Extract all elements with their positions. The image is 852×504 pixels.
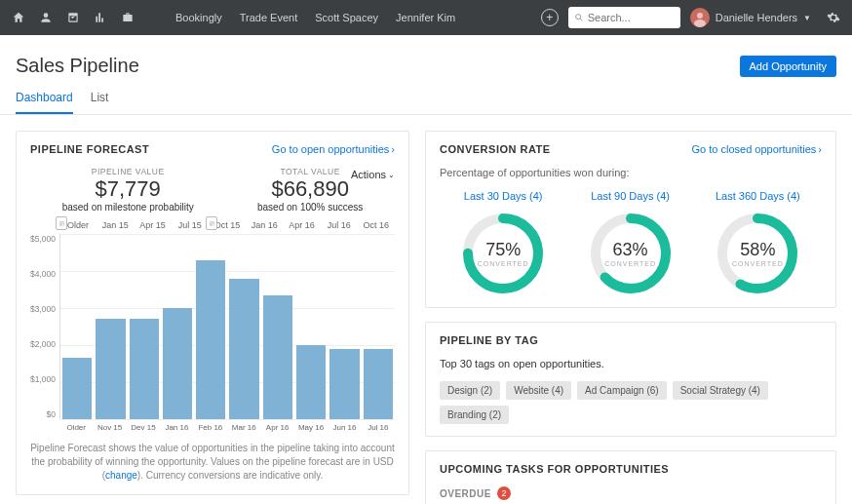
conversion-item: Last 30 Days (4)75%CONVERTED xyxy=(461,190,545,295)
chevron-right-icon: › xyxy=(818,143,822,155)
nav-link[interactable]: Bookingly xyxy=(175,12,222,23)
conversion-donut: 58%CONVERTED xyxy=(716,212,799,295)
chart-bar[interactable] xyxy=(196,260,225,419)
nav-links: Bookingly Trade Event Scott Spacey Jenni… xyxy=(175,12,455,23)
chart-x-axis: OlderNov 15Dev 15Jan 16Feb 16Mar 16Apr 1… xyxy=(59,423,395,432)
open-opportunities-link[interactable]: Go to open opportunities › xyxy=(272,143,395,155)
chevron-down-icon: ▼ xyxy=(803,14,811,22)
nav-link[interactable]: Trade Event xyxy=(240,12,298,23)
conversion-rate-card: CONVERSION RATE Go to closed opportuniti… xyxy=(425,131,836,308)
slider-handle-left[interactable]: ⎚ xyxy=(56,216,67,230)
right-column: CONVERSION RATE Go to closed opportuniti… xyxy=(425,131,836,504)
add-opportunity-button[interactable]: Add Opportunity xyxy=(740,56,837,77)
slider-handle-right[interactable]: ⎚ xyxy=(206,216,217,230)
chart-bar[interactable] xyxy=(163,308,192,419)
svg-point-4 xyxy=(694,19,706,27)
conversion-period-link[interactable]: Last 30 Days (4) xyxy=(461,190,545,202)
overdue-label: OVERDUE xyxy=(440,488,491,499)
nav-icons xyxy=(12,11,135,24)
tab-dashboard[interactable]: Dashboard xyxy=(16,91,73,114)
nav-link[interactable]: Scott Spacey xyxy=(315,12,378,23)
card-title: CONVERSION RATE xyxy=(440,143,551,155)
gear-icon[interactable] xyxy=(827,11,840,24)
add-icon[interactable]: + xyxy=(541,9,559,26)
pipeline-value: PIPELINE VALUE $7,779 based on milestone… xyxy=(62,167,194,213)
chart-bar[interactable] xyxy=(130,319,159,419)
conversion-period-link[interactable]: Last 90 Days (4) xyxy=(589,190,673,202)
svg-point-0 xyxy=(575,15,580,19)
chart-bar[interactable] xyxy=(364,349,393,419)
tag[interactable]: Ad Campaign (6) xyxy=(577,381,667,400)
tab-list[interactable]: List xyxy=(91,91,109,114)
content: PIPELINE FORECAST Go to open opportuniti… xyxy=(0,115,852,504)
chevron-right-icon: › xyxy=(391,143,395,155)
forecast-summary: PIPELINE VALUE $7,779 based on milestone… xyxy=(30,167,395,213)
home-icon[interactable] xyxy=(12,11,25,24)
forecast-chart: $5,000$4,000$3,000$2,000$1,000$0 xyxy=(30,234,395,419)
actions-dropdown[interactable]: Actions ⌄ xyxy=(351,169,395,180)
pipeline-forecast-card: PIPELINE FORECAST Go to open opportuniti… xyxy=(16,131,409,495)
chart-bar[interactable] xyxy=(263,295,292,419)
forecast-footnote: Pipeline Forecast shows the value of opp… xyxy=(30,442,395,483)
briefcase-icon[interactable] xyxy=(121,11,135,24)
page-title: Sales Pipeline xyxy=(16,55,139,77)
tag[interactable]: Branding (2) xyxy=(440,406,509,424)
tabs: Dashboard List xyxy=(0,81,852,115)
conversion-item: Last 360 Days (4)58%CONVERTED xyxy=(716,190,800,295)
tags-note: Top 30 tags on open opportunities. xyxy=(440,358,822,369)
tag-row: Design (2)Website (4)Ad Campaign (6)Soci… xyxy=(440,381,822,424)
card-title: PIPELINE BY TAG xyxy=(440,334,538,346)
time-slider[interactable]: ⎚ ⎚ OlderJan 15Apr 15Jul 15Oct 15Jan 16A… xyxy=(59,220,395,230)
avatar xyxy=(690,8,710,27)
tag[interactable]: Design (2) xyxy=(440,381,500,400)
chart-y-axis: $5,000$4,000$3,000$2,000$1,000$0 xyxy=(30,234,59,419)
overdue-row: OVERDUE 2 xyxy=(440,486,822,500)
chart-bar[interactable] xyxy=(62,358,92,419)
chart-bar[interactable] xyxy=(229,279,258,419)
calendar-icon[interactable] xyxy=(66,11,80,24)
chart-bars xyxy=(59,234,395,419)
conversion-donut: 63%CONVERTED xyxy=(589,212,673,295)
user-menu[interactable]: Danielle Henders ▼ xyxy=(690,8,811,27)
total-value: TOTAL VALUE $66,890 based on 100% succes… xyxy=(257,167,363,213)
search-icon xyxy=(574,13,584,22)
chart-icon[interactable] xyxy=(94,11,107,24)
conversion-subtitle: Percentage of opportunities won during: xyxy=(440,167,822,178)
chart-bar[interactable] xyxy=(96,319,125,419)
nav-link[interactable]: Jennifer Kim xyxy=(396,12,455,23)
tag[interactable]: Website (4) xyxy=(506,381,571,400)
closed-opportunities-link[interactable]: Go to closed opportunities › xyxy=(692,143,822,155)
search-input[interactable] xyxy=(588,12,666,23)
svg-line-1 xyxy=(580,19,582,20)
chevron-down-icon: ⌄ xyxy=(388,171,395,179)
chart-bar[interactable] xyxy=(296,345,326,419)
card-title: PIPELINE FORECAST xyxy=(30,143,149,155)
topbar-right: + Danielle Henders ▼ xyxy=(541,7,840,28)
topbar: Bookingly Trade Event Scott Spacey Jenni… xyxy=(0,0,852,35)
pipeline-by-tag-card: PIPELINE BY TAG Top 30 tags on open oppo… xyxy=(425,322,836,437)
left-column: PIPELINE FORECAST Go to open opportuniti… xyxy=(16,131,409,495)
conversion-row: Last 30 Days (4)75%CONVERTEDLast 90 Days… xyxy=(440,190,822,295)
user-icon[interactable] xyxy=(39,11,53,24)
conversion-period-link[interactable]: Last 360 Days (4) xyxy=(716,190,800,202)
conversion-donut: 75%CONVERTED xyxy=(461,212,545,295)
user-name: Danielle Henders xyxy=(716,12,797,23)
upcoming-tasks-card: UPCOMING TASKS FOR OPPORTUNITIES OVERDUE… xyxy=(425,450,836,504)
tag[interactable]: Social Strategy (4) xyxy=(673,381,768,400)
search-box[interactable] xyxy=(568,7,680,28)
svg-point-3 xyxy=(697,13,703,19)
overdue-badge: 2 xyxy=(497,486,511,500)
conversion-item: Last 90 Days (4)63%CONVERTED xyxy=(589,190,673,295)
change-currency-link[interactable]: change xyxy=(105,470,137,481)
card-title: UPCOMING TASKS FOR OPPORTUNITIES xyxy=(440,463,669,475)
chart-bar[interactable] xyxy=(329,349,359,419)
page-header: Sales Pipeline Add Opportunity xyxy=(0,35,852,81)
